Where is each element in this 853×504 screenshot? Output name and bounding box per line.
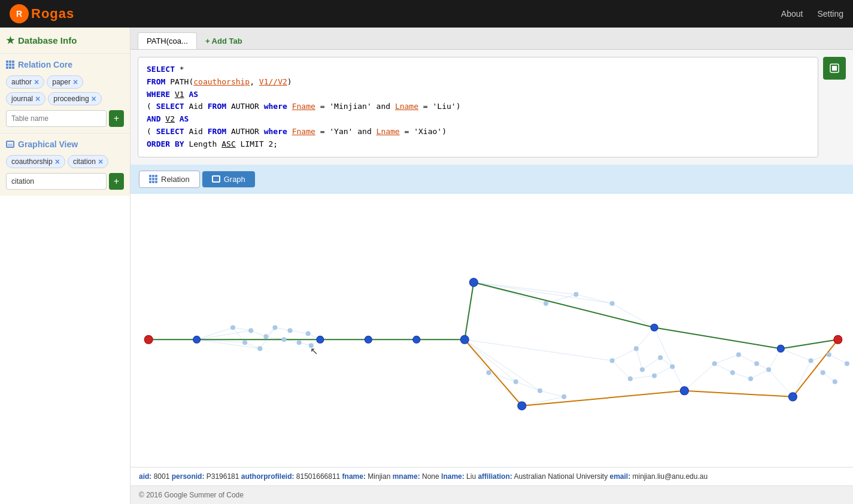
svg-line-64 bbox=[465, 282, 473, 339]
db-info-label: Database Info bbox=[18, 35, 77, 45]
tag-author-close[interactable]: × bbox=[34, 77, 39, 87]
tag-proceeding-close[interactable]: × bbox=[92, 94, 96, 104]
graphical-view-header: Graphical View bbox=[6, 139, 124, 149]
db-info-section: ★ Database Info bbox=[0, 28, 130, 54]
svg-line-40 bbox=[715, 363, 733, 372]
tab-bar: PATH(coa... + Add Tab bbox=[130, 28, 853, 50]
svg-line-7 bbox=[233, 327, 251, 330]
aid-value: 8001 bbox=[154, 472, 172, 481]
svg-line-31 bbox=[642, 357, 660, 369]
query-line6: ( SELECT Aid FROM AUTHOR where Fname = '… bbox=[147, 126, 809, 138]
svg-point-103 bbox=[610, 301, 615, 306]
svg-point-82 bbox=[777, 345, 784, 352]
svg-line-33 bbox=[654, 366, 672, 375]
graph-tab-label: Graph bbox=[224, 175, 245, 184]
email-value: minjian.liu@anu.edu.au bbox=[633, 472, 708, 481]
svg-point-79 bbox=[469, 278, 478, 286]
svg-point-76 bbox=[365, 336, 372, 343]
svg-line-66 bbox=[654, 327, 781, 348]
personid-value: P3196181 bbox=[207, 472, 241, 481]
run-query-button[interactable] bbox=[823, 57, 846, 80]
graph-name-input[interactable] bbox=[6, 173, 107, 190]
tag-paper-close[interactable]: × bbox=[73, 77, 78, 87]
graph-tab[interactable]: Graph bbox=[202, 171, 255, 187]
svg-line-48 bbox=[793, 360, 810, 396]
svg-point-90 bbox=[263, 334, 268, 339]
svg-point-97 bbox=[486, 370, 491, 375]
relation-core-header: Relation Core bbox=[6, 60, 124, 69]
graphical-view-section: Graphical View coauthorship × citation ×… bbox=[0, 133, 130, 196]
svg-point-88 bbox=[248, 328, 253, 333]
graphical-tags-row: coauthorship × citation × bbox=[6, 155, 124, 168]
mname-label: mname: bbox=[393, 472, 420, 481]
svg-point-108 bbox=[628, 376, 633, 381]
personid-label: personid: bbox=[172, 472, 205, 481]
svg-point-75 bbox=[317, 336, 324, 343]
nav-links: About Setting bbox=[781, 9, 843, 19]
svg-point-118 bbox=[827, 352, 831, 357]
svg-line-58 bbox=[612, 303, 654, 327]
svg-line-70 bbox=[684, 390, 793, 396]
relation-core-section: Relation Core author × paper × journal × bbox=[0, 54, 130, 133]
svg-line-2 bbox=[197, 327, 233, 339]
svg-line-54 bbox=[473, 282, 576, 294]
tag-citation-close[interactable]: × bbox=[98, 157, 103, 166]
graph-input-row: + bbox=[6, 173, 124, 190]
tag-journal: journal × bbox=[6, 92, 45, 105]
relation-tab-label: Relation bbox=[161, 175, 190, 184]
about-link[interactable]: About bbox=[781, 9, 803, 19]
svg-line-9 bbox=[251, 330, 266, 336]
svg-point-89 bbox=[257, 346, 262, 351]
svg-line-5 bbox=[197, 339, 260, 348]
svg-point-120 bbox=[845, 361, 849, 366]
relation-tab-icon bbox=[149, 175, 157, 183]
tag-citation: citation × bbox=[68, 155, 108, 168]
tag-proceeding: proceeding × bbox=[48, 92, 102, 105]
setting-link[interactable]: Setting bbox=[817, 9, 843, 19]
query-editor[interactable]: SELECT * FROM PATH(coauthorship, V1//V2)… bbox=[138, 57, 818, 157]
svg-point-98 bbox=[514, 379, 518, 384]
add-graph-button[interactable]: + bbox=[109, 173, 124, 190]
svg-point-74 bbox=[193, 336, 201, 343]
svg-line-32 bbox=[630, 375, 654, 378]
svg-point-110 bbox=[670, 364, 675, 369]
svg-point-96 bbox=[309, 343, 314, 348]
tag-journal-close[interactable]: × bbox=[35, 94, 40, 104]
svg-point-112 bbox=[736, 352, 741, 357]
results-tabs: Relation Graph bbox=[130, 165, 853, 194]
svg-line-39 bbox=[715, 354, 739, 363]
query-line7: ORDER BY Length ASC LIMIT 2; bbox=[147, 138, 809, 151]
svg-line-71 bbox=[793, 339, 837, 397]
image-icon bbox=[6, 141, 14, 148]
svg-line-22 bbox=[488, 372, 515, 381]
svg-point-86 bbox=[230, 325, 235, 330]
sidebar: ★ Database Info Relation Core author × bbox=[0, 28, 130, 504]
svg-point-92 bbox=[281, 337, 286, 342]
svg-point-87 bbox=[242, 340, 247, 345]
relation-tags-row2: journal × proceeding × bbox=[6, 92, 124, 105]
aid-label: aid: bbox=[139, 472, 151, 481]
relation-tab[interactable]: Relation bbox=[139, 171, 200, 188]
results-area: Relation Graph bbox=[130, 165, 853, 485]
svg-rect-1 bbox=[832, 66, 837, 71]
navbar: R Rogas About Setting bbox=[0, 0, 853, 28]
lname-value: Liu bbox=[466, 472, 478, 481]
svg-line-29 bbox=[612, 360, 630, 378]
svg-line-4 bbox=[197, 330, 251, 339]
table-name-input[interactable] bbox=[6, 110, 107, 127]
svg-line-28 bbox=[612, 348, 636, 360]
svg-point-101 bbox=[544, 301, 548, 306]
brand: R Rogas bbox=[10, 4, 74, 23]
tab-path[interactable]: PATH(coa... bbox=[138, 32, 197, 49]
footer: © 2016 Google Summer of Code bbox=[130, 485, 853, 504]
add-tab-button[interactable]: + Add Tab bbox=[199, 33, 248, 49]
add-table-button[interactable]: + bbox=[109, 110, 124, 127]
svg-point-91 bbox=[272, 325, 277, 330]
svg-point-85 bbox=[834, 335, 842, 344]
authorprofileid-value: 81501666811 bbox=[296, 472, 342, 481]
graphical-view-label: Graphical View bbox=[18, 139, 78, 149]
tag-coauthorship-close[interactable]: × bbox=[55, 157, 60, 166]
svg-point-81 bbox=[680, 386, 688, 394]
svg-point-113 bbox=[730, 370, 735, 375]
svg-point-104 bbox=[610, 358, 615, 363]
